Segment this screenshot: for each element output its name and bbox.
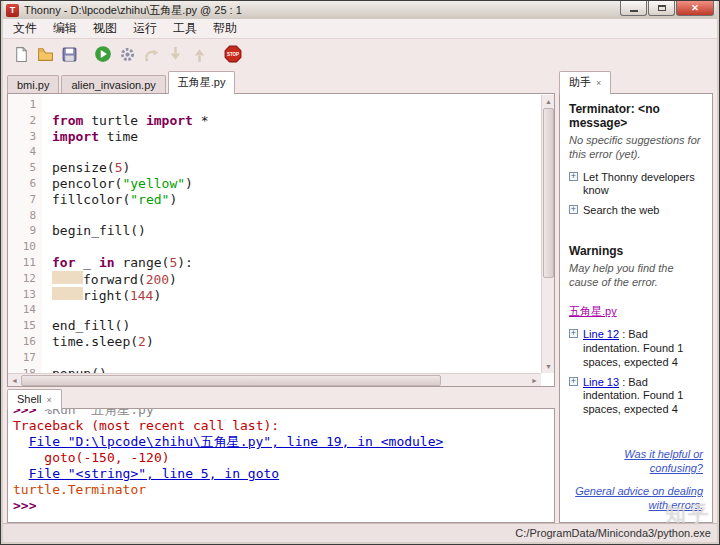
step-out-button[interactable] — [187, 42, 211, 66]
indent-highlight — [52, 287, 83, 300]
menu-item-run[interactable]: 运行 — [125, 18, 165, 39]
assistant-error-title: Terminator: <no message> — [569, 102, 703, 130]
assistant-body: Terminator: <no message> No specific sug… — [560, 94, 712, 523]
step-into-button[interactable] — [163, 42, 187, 66]
assistant-warning: +Line 13 : Bad indentation. Found 1 spac… — [569, 376, 703, 417]
close-assistant-icon[interactable]: × — [596, 78, 601, 88]
minimize-icon — [630, 10, 638, 12]
expand-icon[interactable]: + — [569, 329, 578, 338]
toolbar: STOP — [3, 39, 717, 69]
line-number: 17 — [8, 350, 42, 366]
thonny-window: T Thonny - D:\lpcode\zhihu\五角星.py @ 25 :… — [0, 0, 720, 545]
close-button[interactable]: ✕ — [676, 1, 714, 16]
step-out-icon — [191, 46, 208, 63]
assistant-expander[interactable]: +Search the web — [569, 204, 703, 218]
tab-wujiaoxing[interactable]: 五角星.py — [168, 71, 236, 94]
maximize-button[interactable] — [648, 1, 675, 16]
run-icon — [94, 45, 112, 63]
code-line — [52, 350, 541, 366]
expand-icon[interactable]: + — [569, 205, 578, 214]
line-number: 14 — [8, 302, 42, 318]
step-into-icon — [167, 46, 184, 63]
scroll-down-icon[interactable]: ▼ — [542, 360, 555, 373]
assistant-feedback-link[interactable]: Was it helpful or confusing? — [569, 447, 703, 476]
scroll-right-icon[interactable]: ► — [528, 374, 541, 387]
line-number: 2 — [8, 113, 42, 129]
shell-panel[interactable]: >>> %Run 五角星.pyTraceback (most recent ca… — [7, 408, 555, 523]
menu-item-edit[interactable]: 编辑 — [45, 18, 85, 39]
tab-shell[interactable]: Shell× — [7, 389, 62, 409]
save-button[interactable] — [57, 42, 81, 66]
line-number: 15 — [8, 318, 42, 334]
assistant-error-note: No specific suggestions for this error (… — [569, 133, 703, 162]
line-number: 5 — [8, 160, 42, 176]
code-line: pencolor("yellow") — [52, 176, 541, 192]
title-bar[interactable]: T Thonny - D:\lpcode\zhihu\五角星.py @ 25 :… — [3, 1, 717, 19]
shell-line: File "<string>", line 5, in goto — [13, 466, 549, 482]
assistant-file-link[interactable]: 五角星.py — [569, 304, 617, 319]
expand-icon[interactable]: + — [569, 377, 578, 386]
menu-item-tools[interactable]: 工具 — [165, 18, 205, 39]
vertical-scroll-thumb[interactable] — [543, 108, 554, 278]
minimize-button[interactable] — [620, 1, 647, 16]
line-number: 16 — [8, 334, 42, 350]
shell-tabbar: Shell× — [7, 389, 555, 409]
menu-item-file[interactable]: 文件 — [5, 18, 45, 39]
line-number: 9 — [8, 223, 42, 239]
shell-line: >>> — [13, 498, 549, 514]
code-area[interactable]: from turtle import *import timepensize(5… — [42, 94, 541, 373]
run-button[interactable] — [91, 42, 115, 66]
scroll-left-icon[interactable]: ◄ — [8, 374, 21, 387]
line-number: 3 — [8, 129, 42, 145]
menu-item-view[interactable]: 视图 — [85, 18, 125, 39]
svg-text:STOP: STOP — [227, 52, 239, 57]
shell-tab-label: Shell — [17, 393, 41, 405]
code-line: right(144) — [52, 287, 541, 303]
code-line — [52, 97, 541, 113]
new-file-button[interactable] — [9, 42, 33, 66]
traceback-link[interactable]: File "<string>", line 5, in goto — [29, 466, 279, 481]
assistant-suggestions: +Let Thonny developers know+Search the w… — [569, 171, 703, 218]
code-editor[interactable]: 123456789101112131415161718 from turtle … — [7, 93, 555, 387]
menu-item-help[interactable]: 帮助 — [205, 18, 245, 39]
line-number: 13 — [8, 287, 42, 303]
horizontal-scroll-thumb[interactable] — [21, 375, 441, 386]
thonny-app-icon: T — [6, 4, 19, 17]
tab-bmi[interactable]: bmi.py — [7, 75, 59, 94]
assistant-warnings: +Line 12 : Bad indentation. Found 1 spac… — [569, 328, 703, 417]
menubar: 文件编辑视图运行工具帮助 — [3, 19, 717, 39]
editor-column: bmi.pyalien_invasion.py五角星.py 1234567891… — [7, 73, 555, 523]
traceback-link[interactable]: File "D:\lpcode\zhihu\五角星.py", line 19, … — [29, 434, 444, 449]
warning-line-link[interactable]: Line 12 — [583, 328, 619, 340]
shell-line: >>> %Run 五角星.py — [13, 408, 549, 418]
warning-line-link[interactable]: Line 13 — [583, 376, 619, 388]
close-shell-icon[interactable]: × — [46, 395, 51, 405]
line-number: 7 — [8, 192, 42, 208]
code-line: penup() — [52, 366, 541, 373]
line-number: 8 — [8, 208, 42, 224]
assistant-expander[interactable]: +Let Thonny developers know — [569, 171, 703, 199]
assistant-advice-link[interactable]: General advice on dealing with errors. — [569, 484, 703, 513]
step-over-icon — [143, 46, 160, 63]
debug-icon — [119, 46, 136, 63]
open-folder-icon — [37, 46, 54, 63]
code-line — [52, 208, 541, 224]
line-number: 1 — [8, 97, 42, 113]
step-over-button[interactable] — [139, 42, 163, 66]
stop-button[interactable]: STOP — [221, 42, 245, 66]
assistant-warning: +Line 12 : Bad indentation. Found 1 spac… — [569, 328, 703, 369]
scroll-up-icon[interactable]: ▲ — [542, 95, 555, 108]
tab-assistant[interactable]: 助手× — [559, 71, 611, 94]
interpreter-path: C:/ProgramData/Miniconda3/python.exe — [515, 527, 711, 539]
debug-button[interactable] — [115, 42, 139, 66]
editor-horizontal-scrollbar[interactable]: ◄ ► — [8, 373, 541, 386]
line-number: 11 — [8, 255, 42, 271]
assistant-tab-label: 助手 — [569, 76, 591, 88]
expand-icon[interactable]: + — [569, 172, 578, 181]
window-controls: ✕ — [619, 1, 714, 16]
code-line: from turtle import * — [52, 113, 541, 129]
editor-vertical-scrollbar[interactable]: ▲ ▼ — [541, 95, 554, 373]
line-number: 10 — [8, 239, 42, 255]
open-file-button[interactable] — [33, 42, 57, 66]
tab-alien-invasion[interactable]: alien_invasion.py — [61, 75, 165, 94]
